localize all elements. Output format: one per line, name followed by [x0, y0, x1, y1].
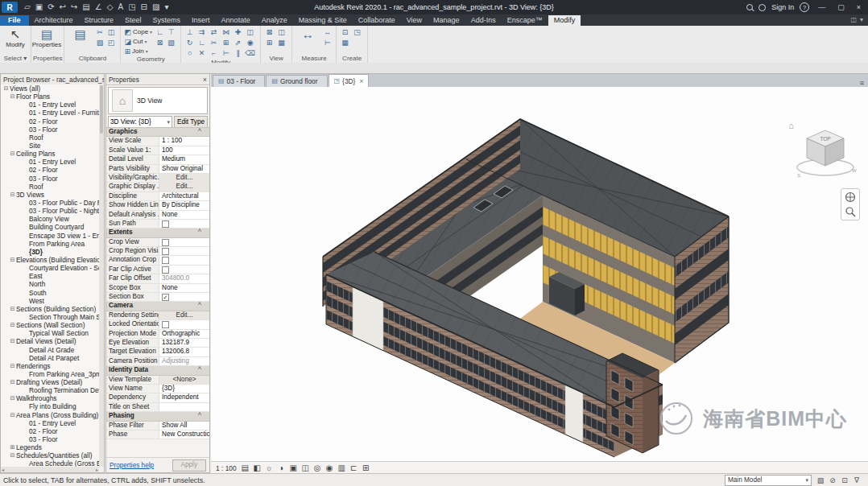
temporary-hide-isolate-icon[interactable]: ◎ — [312, 463, 323, 474]
property-row[interactable]: Section Box — [106, 293, 209, 302]
tree-item[interactable]: 03 - Floor — [1, 175, 99, 183]
tree-item[interactable]: ⊟ Drafting Views (Detail) — [1, 378, 99, 386]
property-row[interactable]: Default Analysis ... None — [106, 211, 209, 220]
text-icon[interactable]: A — [115, 0, 126, 14]
view-tab[interactable]: ▤ Ground floor — [266, 75, 327, 87]
ribbon-tab[interactable]: Steel — [119, 15, 147, 26]
property-row[interactable]: Title on Sheet — [106, 403, 209, 412]
property-row[interactable]: Camera ^ — [106, 302, 209, 311]
tree-item[interactable]: Building Courtyard — [1, 223, 99, 231]
ribbon-display-toggle[interactable]: ◫ ▾ — [850, 14, 863, 25]
thin-lines-icon[interactable]: ▨ — [150, 0, 162, 14]
modify-button[interactable]: ↖ Modify — [3, 27, 27, 55]
properties-header[interactable]: Properties × — [106, 74, 209, 85]
ribbon-tab[interactable]: Massing & Site — [293, 15, 353, 26]
property-row[interactable]: Sun Path — [106, 220, 209, 229]
join-tool[interactable]: ⊞ Join ▾ — [124, 47, 152, 56]
active-workset-select[interactable]: Main Model ▾ — [725, 475, 812, 486]
tree-item[interactable]: Detail At Grade — [1, 346, 99, 354]
panel-toggle-icon[interactable]: ◫ — [850, 16, 857, 23]
cut-icon[interactable]: ✂ — [94, 27, 105, 37]
offset-tool-icon[interactable]: ⇉ — [196, 27, 207, 37]
exclude-options-icon[interactable]: ⊘ — [828, 476, 837, 484]
properties-help-link[interactable]: Properties help — [110, 462, 154, 469]
shadows-icon[interactable]: ◑ — [276, 463, 287, 474]
property-row[interactable]: Phase Filter Show All — [106, 422, 209, 430]
worksharing-display-icon[interactable]: ⊞ — [361, 463, 371, 474]
tree-item[interactable]: Section Through Main Stair — [1, 313, 99, 321]
property-row[interactable]: Parts Visibility Show Original — [106, 165, 209, 174]
open-icon[interactable]: ▱ — [22, 0, 33, 14]
tree-expander-icon[interactable]: ⊟ — [9, 451, 16, 459]
tree-item[interactable]: ⊟ Walkthroughs — [1, 394, 99, 402]
property-row[interactable]: Target Elevation 132006.8 — [106, 348, 209, 356]
tree-item[interactable]: Enscape 3D view 1 - End of C... — [1, 232, 99, 240]
dimension-icon[interactable]: ⊢ — [322, 38, 333, 47]
beam-join-icon[interactable]: ⊤ — [166, 27, 176, 37]
properties-button[interactable]: ▤ Properties — [35, 27, 59, 55]
ribbon-tab[interactable]: Architecture — [29, 15, 79, 26]
mirror-pick-tool-icon[interactable]: ⋈ — [221, 27, 231, 37]
steering-wheel-icon[interactable] — [845, 192, 856, 203]
align-tool-icon[interactable]: ⊥ — [184, 27, 195, 37]
search-icon[interactable] — [746, 4, 753, 10]
tree-item[interactable]: ⊟ Sections (Wall Section) — [1, 321, 99, 329]
property-row[interactable]: Far Clip Active — [106, 266, 209, 274]
tree-item[interactable]: ⊟ Views (all) — [1, 84, 99, 93]
qat-customize-icon[interactable]: ▾ — [162, 0, 171, 14]
tree-expander-icon[interactable]: ⊟ — [9, 378, 16, 386]
sun-path-icon[interactable]: ☼ — [264, 463, 275, 474]
detail-level-icon[interactable]: ▤ — [240, 463, 250, 474]
view-tab[interactable]: ▤ 03 - Floor — [213, 75, 265, 87]
user-interface-icon[interactable]: ▦ — [276, 38, 287, 47]
tree-item[interactable]: From Parking Area_3pm — [1, 370, 99, 378]
tree-item[interactable]: ⊟ Sections (Building Section) — [1, 305, 99, 313]
tree-item[interactable]: 01 - Entry Level - Furniture L — [1, 109, 99, 117]
tree-expander-icon[interactable]: ⊟ — [9, 362, 16, 370]
tree-item[interactable]: ⊟ Area Plans (Gross Building) — [1, 411, 99, 419]
scroll-left-icon[interactable]: ◂ — [2, 467, 4, 472]
tree-expander-icon[interactable]: ⊟ — [9, 191, 16, 199]
tree-expander-icon[interactable]: ⊟ — [9, 150, 16, 158]
property-row[interactable]: Crop View — [106, 238, 209, 247]
property-row[interactable]: View Template <None> — [106, 376, 209, 385]
model-viewport[interactable]: ⌂ TOP S W — [211, 87, 868, 461]
property-row[interactable]: Projection Mode Orthographic — [106, 330, 209, 339]
mirror-axis-tool-icon[interactable]: ⇄ — [209, 27, 219, 37]
property-row[interactable]: Far Clip Offset 304800.0 — [106, 274, 209, 283]
panel-label-select[interactable]: Select ▾ — [0, 55, 31, 63]
view-tabs-menu-icon[interactable]: ≡ — [860, 79, 864, 87]
property-row[interactable]: Eye Elevation 132187.9 — [106, 339, 209, 348]
3d-view-icon[interactable]: ◳ — [126, 0, 138, 14]
match-type-icon[interactable]: ▨ — [94, 38, 105, 47]
ribbon-tab[interactable]: Enscape™ — [502, 15, 548, 26]
tree-item[interactable]: 02 - Floor — [1, 427, 99, 435]
property-row[interactable]: Scope Box None — [106, 284, 209, 293]
viewcube-home-icon[interactable]: ⌂ — [788, 121, 794, 130]
tree-item[interactable]: ⊟ Elevations (Building Elevation) — [1, 256, 99, 264]
tree-item[interactable]: ⊟ Renderings — [1, 362, 99, 370]
show-crop-region-icon[interactable]: ◫ — [300, 463, 311, 474]
ribbon-tab[interactable]: Analyze — [256, 15, 293, 26]
property-row[interactable]: Annotation Crop — [106, 256, 209, 265]
measure-icon[interactable]: ∠ — [93, 0, 105, 14]
property-row[interactable]: Crop Region Visi... — [106, 247, 209, 256]
ribbon-tab[interactable]: Insert — [186, 15, 216, 26]
tree-item[interactable]: Area Schedule (Gross Building) — [1, 459, 99, 467]
cope-tool[interactable]: ◩ Cope ▾ — [124, 27, 152, 36]
tree-item[interactable]: West — [1, 297, 99, 305]
tree-item[interactable]: South — [1, 289, 99, 297]
property-row[interactable]: Dependency Independent — [106, 393, 209, 402]
tree-expander-icon[interactable]: ⊟ — [9, 394, 16, 402]
view-tab[interactable]: ◳ {3D} × — [329, 74, 370, 87]
unjoin-icon[interactable]: ⊠ — [155, 38, 165, 47]
help-icon[interactable]: ? — [800, 2, 809, 12]
copy-tool-icon[interactable]: ◫ — [245, 27, 255, 37]
property-row[interactable]: Phasing ^ — [106, 412, 209, 421]
ribbon-tab[interactable]: Manage — [428, 15, 465, 26]
ribbon-tab[interactable]: Annotate — [216, 15, 256, 26]
tree-item[interactable]: ⊟ Detail Views (Detail) — [1, 337, 99, 345]
tree-item[interactable]: Courtyard Elevation - South... — [1, 264, 99, 272]
property-row[interactable]: Rendering Settings Edit... — [106, 311, 209, 320]
tree-item[interactable]: 03 - Floor — [1, 126, 99, 134]
